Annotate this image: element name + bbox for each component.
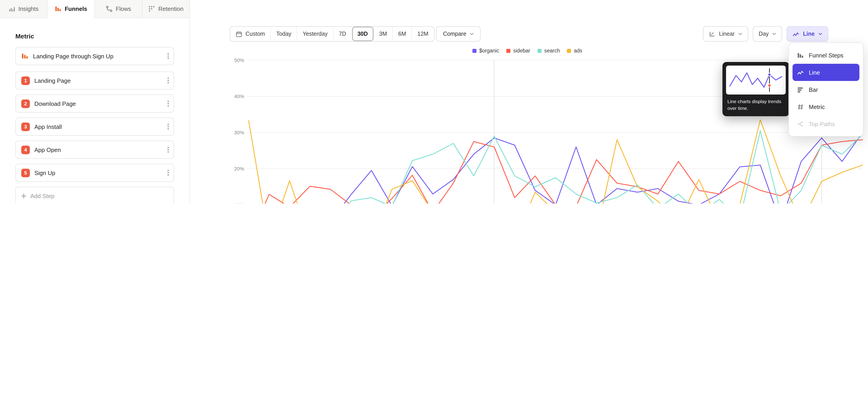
svg-text:10%: 10% [234,202,244,204]
tab-funnels[interactable]: Funnels [48,0,95,18]
tooltip-text: Line charts display trends over time. [726,98,786,112]
plus-icon [21,193,26,198]
svg-text:20%: 20% [234,166,244,171]
granularity-dropdown[interactable]: Day [753,26,782,41]
range-6m-button[interactable]: 6M [393,27,412,41]
tab-flows[interactable]: Flows [95,0,143,18]
step-label: Landing Page [34,77,163,84]
today-button[interactable]: Today [270,27,297,41]
step-number-badge: 1 [21,76,30,85]
chart-type-dropdown[interactable]: Line [787,26,828,41]
tab-retention[interactable]: Retention [143,0,190,18]
step-number-badge: 5 [21,168,30,177]
funnels-icon [55,5,61,12]
range-12m-button[interactable]: 12M [412,27,434,41]
kebab-menu-icon[interactable] [167,77,169,84]
chart-type-menu: Funnel Steps Line Bar Metric Top Paths [788,42,864,136]
funnel-title-card[interactable]: Landing Page through Sign Up [16,47,174,65]
kebab-menu-icon[interactable] [167,53,169,60]
legend-swatch [567,49,571,53]
menu-item-top-paths[interactable]: Top Paths [793,115,860,132]
menu-item-line[interactable]: Line [793,64,860,81]
top-nav: Insights Funnels Flows Retention [0,0,190,18]
hash-icon [797,103,804,110]
range-30d-button[interactable]: 30D [351,27,373,41]
tab-label: Flows [116,5,131,12]
sidebar: Metric Landing Page through Sign Up 1 La… [0,18,190,204]
svg-text:30%: 30% [234,130,244,135]
chart-legend: $organic sidebar search ads [472,48,582,53]
menu-item-bar[interactable]: Bar [793,81,860,98]
kebab-menu-icon[interactable] [167,123,169,130]
retention-icon [148,5,155,12]
tooltip-preview-chart [726,66,786,95]
svg-text:50%: 50% [234,57,244,63]
kebab-menu-icon[interactable] [167,169,169,176]
chevron-down-icon [470,33,474,35]
top-paths-icon [797,121,804,127]
funnel-step-3[interactable]: 3 App Install [16,118,174,136]
range-7d-button[interactable]: 7D [333,27,351,41]
legend-item-organic[interactable]: $organic [472,48,499,53]
tab-label: Funnels [65,5,87,12]
flows-icon [106,5,113,12]
menu-item-funnel-steps[interactable]: Funnel Steps [793,46,860,64]
yesterday-button[interactable]: Yesterday [297,27,333,41]
legend-swatch [506,49,510,53]
calendar-icon [236,31,242,37]
line-chart-icon [793,31,800,37]
funnel-title: Landing Page through Sign Up [33,53,163,60]
tab-label: Insights [18,5,39,12]
chart-type-tooltip: Line charts display trends over time. [722,62,789,117]
kebab-menu-icon[interactable] [167,146,169,153]
legend-item-sidebar[interactable]: sidebar [506,48,530,53]
menu-item-metric[interactable]: Metric [793,98,860,115]
insights-icon [8,5,15,12]
step-label: Sign Up [34,169,163,176]
range-3m-button[interactable]: 3M [373,27,393,41]
date-range-control: Custom Today Yesterday 7D 30D 3M 6M 12M [230,26,434,41]
linear-scale-icon [709,31,715,37]
scale-dropdown[interactable]: Linear [703,26,748,41]
funnel-steps-icon [797,52,804,59]
tab-insights[interactable]: Insights [0,0,48,18]
bar-chart-icon [797,86,804,93]
funnel-step-2[interactable]: 2 Download Page [16,95,174,113]
step-label: Download Page [34,100,163,107]
step-label: App Open [34,146,163,153]
chevron-down-icon [738,33,742,35]
funnel-step-5[interactable]: 5 Sign Up [16,164,174,182]
legend-item-search[interactable]: search [537,48,560,53]
legend-swatch [472,49,476,53]
step-label: App Install [34,123,163,130]
chevron-down-icon [772,33,776,35]
chevron-down-icon [818,33,822,35]
funnel-icon [21,53,29,60]
kebab-menu-icon[interactable] [167,100,169,107]
svg-text:40%: 40% [234,94,244,99]
funnel-step-4[interactable]: 4 App Open [16,140,174,159]
step-number-badge: 2 [21,99,30,108]
legend-swatch [537,49,541,53]
add-step-label: Add Step [30,192,55,199]
legend-item-ads[interactable]: ads [567,48,582,53]
custom-date-button[interactable]: Custom [230,27,270,41]
tab-label: Retention [158,5,183,12]
add-step-button[interactable]: Add Step [16,187,174,204]
metric-heading: Metric [16,33,174,40]
step-number-badge: 4 [21,146,30,154]
compare-button[interactable]: Compare [436,26,481,41]
funnel-step-1[interactable]: 1 Landing Page [16,71,174,90]
step-number-badge: 3 [21,122,30,131]
chart-controls: Linear Day Line [703,26,828,41]
funnels-app: Insights Funnels Flows Retention Metric … [0,0,868,204]
line-chart-icon [797,69,804,76]
